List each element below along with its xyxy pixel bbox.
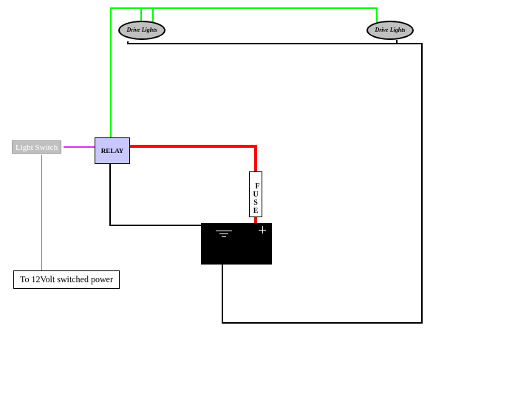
drive-light-right: Drive Lights	[366, 21, 414, 40]
label-12v-box: To 12Volt switched power	[13, 270, 120, 289]
wire-green-drop-left2	[152, 7, 154, 22]
battery-neg-bar3	[222, 236, 226, 237]
wire-black-top-h	[127, 43, 423, 44]
drive-light-left-label: Drive Lights	[126, 27, 157, 33]
wire-purple-switch-to-relay	[64, 146, 96, 148]
wire-red-relay-right	[130, 145, 257, 148]
fuse-box: F U S E	[249, 171, 262, 217]
wire-black-right-down	[421, 43, 423, 324]
drive-light-left: Drive Lights	[118, 21, 166, 40]
wire-black-bottom-h	[222, 322, 423, 324]
drive-light-right-label: Drive Lights	[375, 27, 405, 33]
wire-black-up-to-batt	[222, 263, 223, 324]
battery-neg-bar1	[216, 231, 232, 231]
wire-black-relay-down	[109, 164, 111, 226]
wire-black-right-light-down	[396, 40, 398, 44]
relay-box: RELAY	[95, 137, 130, 164]
light-switch-box: Light Switch	[12, 140, 61, 154]
battery-plus-v	[262, 226, 263, 233]
battery-neg-bar2	[219, 233, 228, 234]
battery-block	[201, 223, 272, 265]
wire-purple-switch-down	[41, 155, 42, 270]
label-12v-text: To 12Volt switched power	[20, 274, 113, 284]
fuse-label: F U S E	[253, 182, 259, 214]
wire-red-down-to-fuse	[254, 145, 257, 171]
wire-green-drop-left	[140, 7, 142, 22]
wire-green-drop-right	[376, 7, 378, 22]
light-switch-label: Light Switch	[16, 143, 58, 151]
wire-green-relay-up	[110, 7, 112, 137]
wire-green-top-rail	[110, 7, 378, 9]
relay-label: RELAY	[101, 147, 124, 154]
